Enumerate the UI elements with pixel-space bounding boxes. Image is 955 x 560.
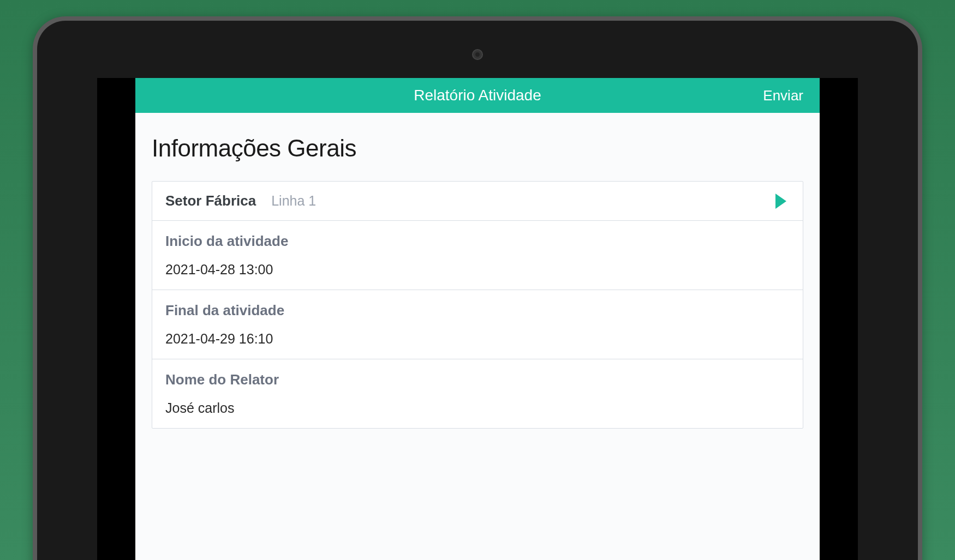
sector-label: Setor Fábrica [165,192,256,209]
app-header: Relatório Atividade Enviar [135,78,820,113]
reporter-name-row[interactable]: Nome do Relator José carlos [152,359,803,428]
screen-wrapper: Relatório Atividade Enviar Informações G… [97,78,858,560]
start-datetime-row[interactable]: Inicio da atividade 2021-04-28 13:00 [152,221,803,290]
pillar-box-left [97,78,135,560]
form-list: Setor Fábrica Linha 1 Inicio da atividad… [152,181,803,429]
end-value: 2021-04-29 16:10 [165,331,273,347]
reporter-label: Nome do Relator [165,371,279,388]
end-label: Final da atividade [165,302,284,319]
start-label: Inicio da atividade [165,233,288,250]
camera-icon [472,49,483,60]
chevron-right-icon [775,194,786,209]
tablet-bezel: Relatório Atividade Enviar Informações G… [37,21,918,560]
app-screen: Relatório Atividade Enviar Informações G… [135,78,820,560]
sector-selector-row[interactable]: Setor Fábrica Linha 1 [152,182,803,221]
end-datetime-row[interactable]: Final da atividade 2021-04-29 16:10 [152,290,803,359]
header-title: Relatório Atividade [414,87,541,104]
pillar-box-right [820,78,858,560]
start-value: 2021-04-28 13:00 [165,262,273,278]
send-button[interactable]: Enviar [763,87,803,104]
section-title: Informações Gerais [152,135,803,162]
reporter-value: José carlos [165,400,234,416]
content-area: Informações Gerais Setor Fábrica Linha 1… [135,113,820,560]
sector-value: Linha 1 [271,193,316,209]
tablet-device-frame: Relatório Atividade Enviar Informações G… [33,16,922,560]
